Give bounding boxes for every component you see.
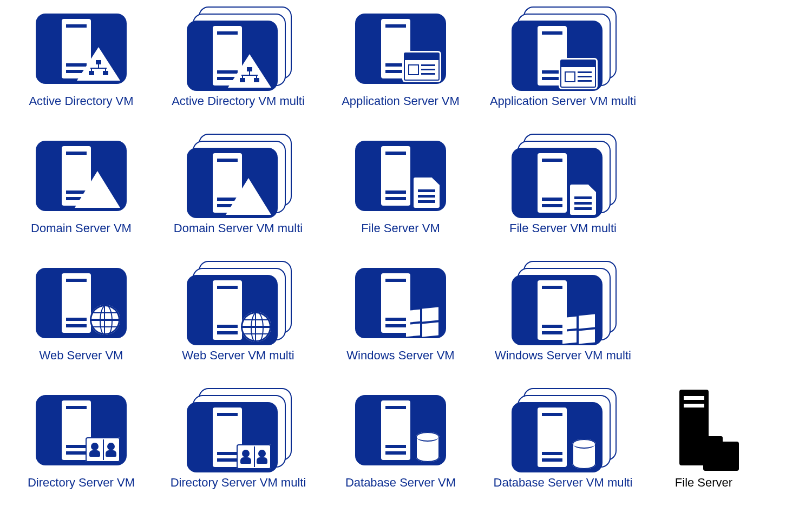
cell-active-directory-vm: Active Directory VM — [11, 5, 152, 127]
cell-directory-server-vm-multi: Directory Server VM multi — [152, 387, 325, 506]
label-web-server-vm-multi: Web Server VM multi — [182, 349, 294, 363]
label-directory-server-vm: Directory Server VM — [28, 476, 135, 490]
label-domain-server-vm-multi: Domain Server VM multi — [174, 221, 303, 235]
cell-database-server-vm-multi: Database Server VM multi — [476, 387, 650, 506]
cell-domain-server-vm: Domain Server VM — [11, 133, 152, 254]
web-server-vm-multi-icon[interactable] — [187, 260, 290, 346]
file-server-vm-icon[interactable] — [349, 133, 452, 219]
cell-active-directory-vm-multi: Active Directory VM multi — [152, 5, 325, 127]
label-application-server-vm-multi: Application Server VM multi — [490, 94, 636, 108]
application-server-vm-multi-icon[interactable] — [512, 5, 614, 92]
cell-windows-server-vm: Windows Server VM — [325, 260, 476, 382]
cell-file-server-vm: File Server VM — [325, 133, 476, 254]
stencil-grid: Active Directory VM Active Directory VM … — [0, 0, 812, 506]
label-directory-server-vm-multi: Directory Server VM multi — [171, 476, 306, 490]
cell-domain-server-vm-multi: Domain Server VM multi — [152, 133, 325, 254]
windows-server-vm-icon[interactable] — [349, 260, 452, 346]
windows-server-vm-multi-icon[interactable] — [512, 260, 614, 346]
cell-file-server-vm-multi: File Server VM multi — [476, 133, 650, 254]
cell-application-server-vm: Application Server VM — [325, 5, 476, 127]
label-file-server-vm: File Server VM — [361, 221, 440, 235]
cell-database-server-vm: Database Server VM — [325, 387, 476, 506]
active-directory-vm-multi-icon[interactable] — [187, 5, 290, 92]
cell-web-server-vm: Web Server VM — [11, 260, 152, 382]
domain-server-vm-multi-icon[interactable] — [187, 133, 290, 219]
label-web-server-vm: Web Server VM — [40, 349, 123, 363]
cell-windows-server-vm-multi: Windows Server VM multi — [476, 260, 650, 382]
domain-server-vm-icon[interactable] — [30, 133, 133, 219]
label-domain-server-vm: Domain Server VM — [31, 221, 132, 235]
label-active-directory-vm-multi: Active Directory VM multi — [172, 94, 305, 108]
label-application-server-vm: Application Server VM — [342, 94, 460, 108]
active-directory-vm-icon[interactable] — [30, 5, 133, 92]
directory-server-vm-icon[interactable] — [30, 387, 133, 474]
directory-server-vm-multi-icon[interactable] — [187, 387, 290, 474]
label-windows-server-vm: Windows Server VM — [346, 349, 454, 363]
label-active-directory-vm: Active Directory VM — [29, 94, 133, 108]
cell-file-server: File Server — [650, 387, 758, 506]
file-server-icon[interactable] — [669, 387, 739, 474]
application-server-vm-icon[interactable] — [349, 5, 452, 92]
web-server-vm-icon[interactable] — [30, 260, 133, 346]
label-windows-server-vm-multi: Windows Server VM multi — [495, 349, 631, 363]
database-server-vm-multi-icon[interactable] — [512, 387, 614, 474]
label-database-server-vm: Database Server VM — [345, 476, 456, 490]
label-file-server: File Server — [675, 476, 732, 490]
label-database-server-vm-multi: Database Server VM multi — [494, 476, 633, 490]
cell-web-server-vm-multi: Web Server VM multi — [152, 260, 325, 382]
cell-application-server-vm-multi: Application Server VM multi — [476, 5, 650, 127]
file-server-vm-multi-icon[interactable] — [512, 133, 614, 219]
label-file-server-vm-multi: File Server VM multi — [509, 221, 617, 235]
cell-directory-server-vm: Directory Server VM — [11, 387, 152, 506]
database-server-vm-icon[interactable] — [349, 387, 452, 474]
